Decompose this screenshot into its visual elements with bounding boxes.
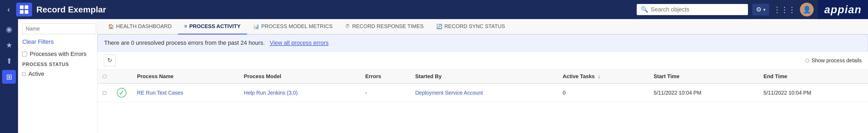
col-header-started-by: Started By <box>410 70 557 84</box>
filter-panel: 🔍 ▾ Clear Filters Processes with Errors … <box>18 19 97 133</box>
gear-icon: ⚙ <box>756 6 762 13</box>
search-icon: 🔍 <box>641 6 648 13</box>
avatar-image: 👤 <box>803 6 811 14</box>
col-header-check <box>97 70 112 84</box>
row-active-tasks: 0 <box>557 84 648 102</box>
sidebar-icon-4-active[interactable]: ⊞ <box>2 70 16 84</box>
refresh-button[interactable]: ↻ <box>104 55 116 66</box>
sidebar-icon-3[interactable]: ⬆ <box>2 54 16 68</box>
apps-grid-icon[interactable]: ⋮⋮⋮ <box>773 5 796 14</box>
row-start-time: 5/11/2022 10:04 PM <box>648 84 758 102</box>
show-details-label: Show process details <box>812 58 862 64</box>
alert-banner: There are 0 unresolved process errors fr… <box>97 34 868 52</box>
row-status-cell: ✓ <box>112 84 132 102</box>
app-logo <box>16 3 32 16</box>
appian-logo-text: appian <box>824 4 862 15</box>
row-end-time: 5/11/2022 10:04 PM <box>758 84 868 102</box>
processes-with-errors-filter: Processes with Errors <box>22 51 93 58</box>
search-bar: 🔍 <box>637 4 748 15</box>
show-details-checkbox[interactable] <box>805 59 809 62</box>
col-header-start-time: Start Time <box>648 70 758 84</box>
appian-branding: appian <box>818 0 868 19</box>
caret-down-icon: ▾ <box>763 7 766 12</box>
table-wrapper: Process Name Process Model Errors Starte… <box>97 70 868 133</box>
sidebar-icon-1[interactable]: ◉ <box>2 22 16 36</box>
col-header-active-tasks: Active Tasks ↓ <box>557 70 648 84</box>
sidebar-icon-2[interactable]: ★ <box>2 38 16 52</box>
row-started-by: Deployment Service Account <box>410 84 557 102</box>
sort-icon: ↓ <box>598 73 600 79</box>
tab-record-response-times[interactable]: ⏱ RECORD RESPONSE TIMES <box>339 19 430 34</box>
process-model-link[interactable]: Help Run Jenkins (3.0) <box>244 90 298 96</box>
select-all-checkbox[interactable] <box>103 75 106 78</box>
tab-metrics-label: PROCESS MODEL METRICS <box>261 23 333 29</box>
settings-button[interactable]: ⚙ ▾ <box>752 4 769 15</box>
table-toolbar: ↻ Show process details <box>97 52 868 70</box>
filter-name-row: 🔍 ▾ <box>22 23 93 34</box>
clear-filters-link[interactable]: Clear Filters <box>22 38 93 45</box>
filter-name-input[interactable] <box>22 23 96 34</box>
back-button[interactable]: ‹ <box>5 4 12 15</box>
toolbar-left: ↻ <box>104 55 116 66</box>
tabs-row: 🏠 HEALTH DASHBOARD ≡ PROCESS ACTIVITY 📊 … <box>97 19 868 34</box>
table-row: ✓ RE Run Text Cases Help Run Jenkins (3.… <box>97 84 868 102</box>
tab-sync-label: RECORD SYNC STATUS <box>444 23 505 29</box>
tab-health-label: HEALTH DASHBOARD <box>116 23 172 29</box>
main-content: 🏠 HEALTH DASHBOARD ≡ PROCESS ACTIVITY 📊 … <box>97 19 868 133</box>
active-status-filter: Active <box>22 70 93 77</box>
tab-response-label: RECORD RESPONSE TIMES <box>352 23 424 29</box>
content-area: 🔍 ▾ Clear Filters Processes with Errors … <box>18 19 868 133</box>
sync-icon: 🔄 <box>436 24 442 29</box>
response-icon: ⏱ <box>345 24 350 29</box>
row-errors: - <box>360 84 410 102</box>
top-navigation: ‹ Record Exemplar 🔍 ⚙ ▾ ⋮⋮⋮ 👤 appian <box>0 0 868 19</box>
row-checkbox-cell <box>97 84 112 102</box>
col-header-errors: Errors <box>360 70 410 84</box>
active-checkbox[interactable] <box>22 72 26 76</box>
started-by-link[interactable]: Deployment Service Account <box>415 90 483 96</box>
activity-icon: ≡ <box>184 24 187 29</box>
row-process-name: RE Run Text Cases <box>132 84 239 102</box>
view-errors-link[interactable]: View all process errors <box>270 39 329 46</box>
tab-process-model-metrics[interactable]: 📊 PROCESS MODEL METRICS <box>247 19 339 34</box>
errors-checkbox[interactable] <box>22 52 27 57</box>
process-table: Process Name Process Model Errors Starte… <box>97 70 868 102</box>
tab-activity-label: PROCESS ACTIVITY <box>189 23 241 29</box>
process-status-section-label: PROCESS STATUS <box>22 62 93 67</box>
main-layout: ◉ ★ ⬆ ⊞ 🔍 ▾ Clear Filters Processes with… <box>0 19 868 133</box>
user-avatar[interactable]: 👤 <box>800 3 814 16</box>
tab-record-sync-status[interactable]: 🔄 RECORD SYNC STATUS <box>430 19 512 34</box>
errors-label: Processes with Errors <box>30 51 86 58</box>
col-header-end-time: End Time <box>758 70 868 84</box>
health-icon: 🏠 <box>108 24 114 29</box>
metrics-icon: 📊 <box>253 24 259 29</box>
process-name-link[interactable]: RE Run Text Cases <box>137 90 183 96</box>
show-process-details-row: Show process details <box>805 58 862 64</box>
col-header-status <box>112 70 132 84</box>
row-process-model: Help Run Jenkins (3.0) <box>239 84 360 102</box>
sidebar-nav: ◉ ★ ⬆ ⊞ <box>0 19 18 133</box>
row-checkbox[interactable] <box>103 91 106 95</box>
active-label: Active <box>28 70 44 77</box>
search-input[interactable] <box>651 6 744 13</box>
col-header-process-name: Process Name <box>132 70 239 84</box>
alert-text: There are 0 unresolved process errors fr… <box>104 39 265 46</box>
tab-health-dashboard[interactable]: 🏠 HEALTH DASHBOARD <box>102 19 178 34</box>
table-header-row: Process Name Process Model Errors Starte… <box>97 70 868 84</box>
status-success-icon: ✓ <box>117 88 126 98</box>
col-header-process-model: Process Model <box>239 70 360 84</box>
page-title: Record Exemplar <box>36 5 632 14</box>
tab-process-activity[interactable]: ≡ PROCESS ACTIVITY <box>178 19 247 34</box>
